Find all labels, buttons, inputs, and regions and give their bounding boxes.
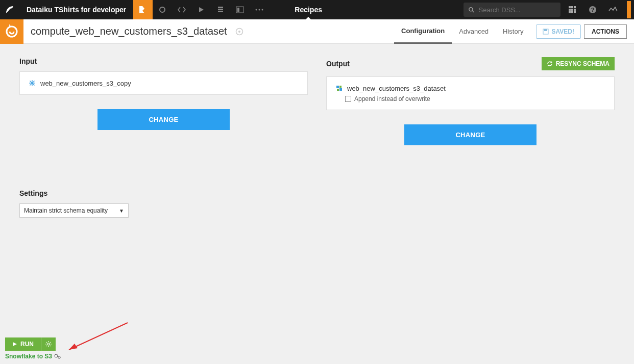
cabinet-icon[interactable] — [211, 0, 230, 19]
circle-icon[interactable] — [153, 0, 172, 19]
actions-button[interactable]: ACTIONS — [584, 24, 627, 39]
panel-icon[interactable] — [230, 0, 250, 19]
info-icon[interactable] — [235, 28, 243, 36]
svg-point-24 — [238, 31, 240, 33]
recipe-tabs: Configuration Advanced History — [394, 19, 531, 44]
svg-marker-37 — [13, 342, 17, 346]
append-checkbox[interactable] — [345, 96, 351, 102]
svg-line-44 — [50, 346, 51, 346]
tab-advanced[interactable]: Advanced — [452, 19, 496, 44]
topbar-right: ? — [464, 1, 634, 18]
sub-bar: compute_web_new_customers_s3_dataset Con… — [0, 19, 634, 44]
settings-area: Settings Maintain strict schema equality… — [0, 159, 634, 218]
svg-point-21 — [7, 27, 17, 37]
svg-rect-36 — [339, 88, 342, 91]
engine-gears-icon — [54, 353, 61, 359]
svg-rect-35 — [337, 89, 339, 91]
dataiku-logo[interactable] — [0, 0, 19, 19]
svg-point-48 — [58, 356, 60, 358]
search-icon — [469, 7, 475, 13]
tab-history[interactable]: History — [496, 19, 530, 44]
play-icon[interactable] — [191, 0, 211, 19]
search-input[interactable] — [479, 6, 555, 14]
gear-icon — [45, 341, 52, 347]
output-dataset-row[interactable]: web_new_customers_s3_dataset — [335, 84, 606, 92]
svg-point-6 — [259, 9, 260, 11]
engine-label: Snowflake to S3 — [5, 353, 52, 360]
resync-schema-button[interactable]: RESYNC SCHEMA — [542, 57, 615, 70]
svg-rect-11 — [571, 6, 573, 8]
svg-marker-50 — [69, 344, 78, 350]
play-icon — [12, 342, 17, 347]
output-column: Output RESYNC SCHEMA web_new_customers_s… — [326, 57, 615, 145]
run-group: RUN — [5, 337, 61, 351]
input-change-button[interactable]: CHANGE — [97, 109, 229, 130]
output-card: web_new_customers_s3_dataset Append inst… — [326, 76, 615, 110]
settings-title: Settings — [19, 189, 615, 197]
tab-configuration[interactable]: Configuration — [394, 19, 452, 44]
append-row[interactable]: Append instead of overwrite — [335, 95, 606, 102]
resync-label: RESYNC SCHEMA — [556, 60, 609, 67]
svg-rect-26 — [544, 29, 547, 31]
svg-rect-33 — [336, 86, 339, 88]
apps-icon[interactable] — [564, 1, 581, 18]
svg-rect-16 — [569, 11, 571, 13]
output-dataset-name: web_new_customers_s3_dataset — [347, 85, 446, 92]
svg-rect-34 — [339, 86, 342, 88]
svg-rect-12 — [574, 6, 576, 8]
output-title: Output — [326, 60, 350, 68]
main-content: Input web_new_customers_s3_copy CHANGE O… — [0, 44, 634, 159]
input-dataset-name: web_new_customers_s3_copy — [40, 80, 131, 87]
search-box[interactable] — [464, 3, 560, 17]
append-label: Append instead of overwrite — [354, 95, 430, 102]
caret-down-icon: ▼ — [119, 208, 124, 214]
svg-rect-13 — [569, 9, 571, 11]
run-button[interactable]: RUN — [5, 337, 41, 351]
s3-icon — [335, 84, 343, 92]
run-label: RUN — [20, 341, 34, 348]
project-title[interactable]: Dataiku TShirts for developer — [19, 6, 133, 14]
svg-rect-1 — [218, 9, 223, 10]
svg-rect-14 — [571, 9, 573, 11]
footer: RUN Snowflake to S3 — [5, 337, 61, 360]
recipe-type-icon — [0, 19, 23, 44]
code-icon[interactable] — [172, 0, 191, 19]
svg-rect-2 — [218, 11, 223, 12]
recipes-label[interactable]: Recipes — [289, 0, 327, 19]
refresh-icon — [547, 61, 553, 67]
svg-point-7 — [262, 9, 263, 11]
run-settings-button[interactable] — [41, 337, 56, 351]
svg-rect-17 — [571, 11, 573, 13]
input-column: Input web_new_customers_s3_copy CHANGE — [19, 57, 308, 145]
user-avatar[interactable] — [627, 1, 631, 18]
engine-line[interactable]: Snowflake to S3 — [5, 353, 61, 360]
snowflake-icon — [28, 79, 36, 87]
top-bar: Dataiku TShirts for developer Recipes ? — [0, 0, 634, 19]
svg-point-8 — [469, 7, 473, 11]
svg-rect-18 — [574, 11, 576, 13]
more-icon[interactable] — [250, 0, 269, 19]
svg-line-49 — [69, 323, 128, 350]
svg-point-38 — [47, 343, 50, 345]
flow-tab[interactable] — [133, 0, 153, 19]
svg-rect-15 — [574, 9, 576, 11]
activity-icon[interactable] — [604, 1, 622, 18]
saved-label: SAVED! — [552, 28, 574, 35]
saved-button[interactable]: SAVED! — [536, 24, 581, 39]
svg-rect-4 — [237, 8, 239, 12]
save-icon — [543, 29, 549, 35]
schema-mode-value: Maintain strict schema equality — [24, 207, 108, 214]
input-dataset-row[interactable]: web_new_customers_s3_copy — [28, 79, 299, 87]
output-change-button[interactable]: CHANGE — [404, 124, 536, 145]
svg-text:?: ? — [591, 7, 595, 13]
help-icon[interactable]: ? — [584, 1, 601, 18]
svg-line-45 — [50, 342, 51, 343]
svg-point-47 — [55, 354, 58, 357]
input-card: web_new_customers_s3_copy — [19, 71, 308, 95]
svg-rect-0 — [218, 7, 223, 8]
svg-line-9 — [472, 10, 474, 12]
schema-mode-select[interactable]: Maintain strict schema equality ▼ — [19, 203, 129, 218]
input-title: Input — [19, 57, 308, 65]
svg-line-43 — [46, 342, 47, 343]
recipe-name: compute_web_new_customers_s3_dataset — [23, 25, 234, 37]
